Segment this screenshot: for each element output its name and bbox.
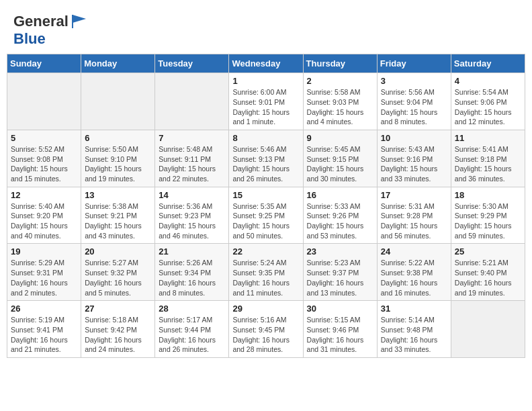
day-info: Sunrise: 5:33 AMSunset: 9:26 PMDaylight:… [307,201,373,241]
day-number: 20 [85,246,151,257]
day-number: 24 [381,246,447,257]
calendar-cell [155,73,229,130]
calendar-cell: 29Sunrise: 5:16 AMSunset: 9:45 PMDayligh… [229,301,303,358]
day-of-week-header: Sunday [7,54,81,73]
day-info: Sunrise: 5:30 AMSunset: 9:29 PMDaylight:… [455,201,521,241]
day-number: 3 [381,76,447,86]
day-info: Sunrise: 5:41 AMSunset: 9:18 PMDaylight:… [455,144,521,184]
day-info: Sunrise: 5:16 AMSunset: 9:45 PMDaylight:… [232,315,299,355]
day-number: 27 [85,304,151,314]
day-number: 17 [381,190,447,200]
calendar-cell [81,73,155,130]
day-info: Sunrise: 5:21 AMSunset: 9:40 PMDaylight:… [455,258,521,298]
day-info: Sunrise: 5:40 AMSunset: 9:20 PMDaylight:… [11,201,77,241]
logo-blue-text: Blue [13,31,89,47]
calendar-cell: 5Sunrise: 5:52 AMSunset: 9:08 PMDaylight… [7,130,81,187]
calendar-cell [451,301,525,358]
day-number: 12 [11,190,77,200]
day-of-week-header: Tuesday [155,54,229,73]
day-info: Sunrise: 5:58 AMSunset: 9:03 PMDaylight:… [307,87,373,127]
day-number: 8 [232,133,299,143]
day-number: 13 [85,190,151,200]
svg-marker-0 [73,15,86,23]
logo: General Blue [13,12,89,47]
day-number: 16 [307,190,373,200]
day-of-week-header: Monday [81,54,155,73]
calendar-cell: 9Sunrise: 5:45 AMSunset: 9:15 PMDaylight… [303,130,377,187]
svg-rect-1 [72,15,73,28]
calendar-week-row: 5Sunrise: 5:52 AMSunset: 9:08 PMDaylight… [7,130,525,187]
day-info: Sunrise: 5:22 AMSunset: 9:38 PMDaylight:… [381,258,447,298]
calendar-cell: 31Sunrise: 5:14 AMSunset: 9:48 PMDayligh… [377,301,451,358]
calendar-cell: 22Sunrise: 5:24 AMSunset: 9:35 PMDayligh… [229,244,303,301]
calendar-cell: 19Sunrise: 5:29 AMSunset: 9:31 PMDayligh… [7,244,81,301]
calendar-cell: 30Sunrise: 5:15 AMSunset: 9:46 PMDayligh… [303,301,377,358]
day-number: 14 [159,190,225,200]
day-info: Sunrise: 5:35 AMSunset: 9:25 PMDaylight:… [232,201,299,241]
day-of-week-header: Wednesday [229,54,303,73]
calendar-cell: 4Sunrise: 5:54 AMSunset: 9:06 PMDaylight… [451,73,525,130]
day-info: Sunrise: 5:50 AMSunset: 9:10 PMDaylight:… [85,144,151,184]
day-of-week-header: Thursday [303,54,377,73]
calendar-cell: 10Sunrise: 5:43 AMSunset: 9:16 PMDayligh… [377,130,451,187]
day-number: 23 [307,246,373,257]
day-number: 18 [455,190,521,200]
day-number: 21 [159,246,225,257]
calendar-cell: 11Sunrise: 5:41 AMSunset: 9:18 PMDayligh… [451,130,525,187]
day-info: Sunrise: 5:52 AMSunset: 9:08 PMDaylight:… [11,144,77,184]
day-info: Sunrise: 5:18 AMSunset: 9:42 PMDaylight:… [85,315,151,355]
calendar-cell: 13Sunrise: 5:38 AMSunset: 9:21 PMDayligh… [81,187,155,244]
day-info: Sunrise: 5:56 AMSunset: 9:04 PMDaylight:… [381,87,447,127]
calendar-cell: 15Sunrise: 5:35 AMSunset: 9:25 PMDayligh… [229,187,303,244]
day-info: Sunrise: 5:43 AMSunset: 9:16 PMDaylight:… [381,144,447,184]
calendar-cell: 23Sunrise: 5:23 AMSunset: 9:37 PMDayligh… [303,244,377,301]
day-info: Sunrise: 5:54 AMSunset: 9:06 PMDaylight:… [455,87,521,127]
day-number: 7 [159,133,225,143]
day-of-week-header: Saturday [451,54,525,73]
day-info: Sunrise: 5:27 AMSunset: 9:32 PMDaylight:… [85,258,151,298]
day-number: 26 [11,304,77,314]
day-number: 29 [232,304,299,314]
calendar-cell: 27Sunrise: 5:18 AMSunset: 9:42 PMDayligh… [81,301,155,358]
day-number: 15 [232,190,299,200]
day-of-week-header: Friday [377,54,451,73]
calendar-cell: 26Sunrise: 5:19 AMSunset: 9:41 PMDayligh… [7,301,81,358]
calendar-table: SundayMondayTuesdayWednesdayThursdayFrid… [7,54,525,358]
calendar-week-row: 1Sunrise: 6:00 AMSunset: 9:01 PMDaylight… [7,73,525,130]
calendar-week-row: 12Sunrise: 5:40 AMSunset: 9:20 PMDayligh… [7,187,525,244]
day-info: Sunrise: 5:24 AMSunset: 9:35 PMDaylight:… [232,258,299,298]
day-info: Sunrise: 5:46 AMSunset: 9:13 PMDaylight:… [232,144,299,184]
calendar-cell: 8Sunrise: 5:46 AMSunset: 9:13 PMDaylight… [229,130,303,187]
day-info: Sunrise: 5:14 AMSunset: 9:48 PMDaylight:… [381,315,447,355]
day-info: Sunrise: 5:26 AMSunset: 9:34 PMDaylight:… [159,258,225,298]
calendar-cell: 1Sunrise: 6:00 AMSunset: 9:01 PMDaylight… [229,73,303,130]
day-number: 9 [307,133,373,143]
day-number: 5 [11,133,77,143]
calendar-cell: 16Sunrise: 5:33 AMSunset: 9:26 PMDayligh… [303,187,377,244]
day-info: Sunrise: 5:23 AMSunset: 9:37 PMDaylight:… [307,258,373,298]
calendar-cell: 6Sunrise: 5:50 AMSunset: 9:10 PMDaylight… [81,130,155,187]
logo-general-text: General [13,13,69,30]
day-info: Sunrise: 5:38 AMSunset: 9:21 PMDaylight:… [85,201,151,241]
logo-flag-icon [70,12,89,31]
day-info: Sunrise: 5:15 AMSunset: 9:46 PMDaylight:… [307,315,373,355]
calendar-cell: 17Sunrise: 5:31 AMSunset: 9:28 PMDayligh… [377,187,451,244]
day-info: Sunrise: 5:45 AMSunset: 9:15 PMDaylight:… [307,144,373,184]
calendar-cell [7,73,81,130]
day-number: 6 [85,133,151,143]
calendar-cell: 2Sunrise: 5:58 AMSunset: 9:03 PMDaylight… [303,73,377,130]
calendar-cell: 28Sunrise: 5:17 AMSunset: 9:44 PMDayligh… [155,301,229,358]
day-number: 11 [455,133,521,143]
calendar-week-row: 26Sunrise: 5:19 AMSunset: 9:41 PMDayligh… [7,301,525,358]
day-number: 22 [232,246,299,257]
calendar-cell: 12Sunrise: 5:40 AMSunset: 9:20 PMDayligh… [7,187,81,244]
day-info: Sunrise: 5:19 AMSunset: 9:41 PMDaylight:… [11,315,77,355]
day-info: Sunrise: 5:36 AMSunset: 9:23 PMDaylight:… [159,201,225,241]
day-number: 30 [307,304,373,314]
day-number: 10 [381,133,447,143]
calendar-cell: 14Sunrise: 5:36 AMSunset: 9:23 PMDayligh… [155,187,229,244]
day-number: 31 [381,304,447,314]
day-info: Sunrise: 5:17 AMSunset: 9:44 PMDaylight:… [159,315,225,355]
calendar-cell: 25Sunrise: 5:21 AMSunset: 9:40 PMDayligh… [451,244,525,301]
day-info: Sunrise: 5:31 AMSunset: 9:28 PMDaylight:… [381,201,447,241]
